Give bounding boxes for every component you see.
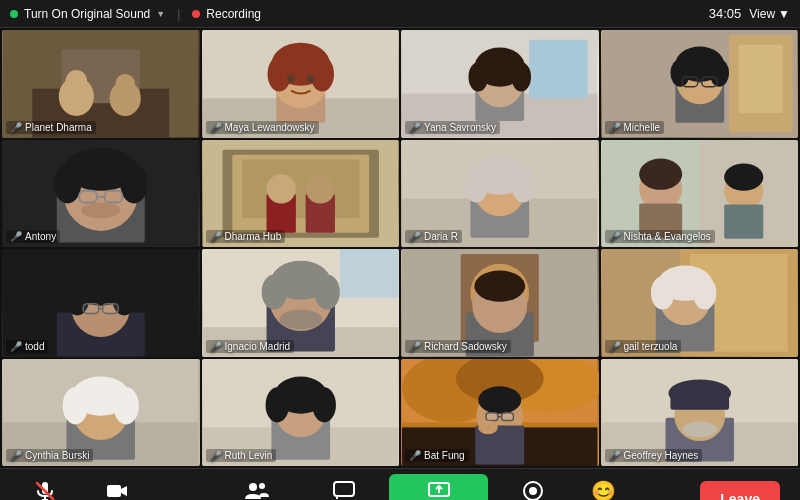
svg-point-107	[113, 387, 138, 424]
record-button[interactable]: Record	[508, 480, 558, 500]
svg-point-12	[267, 56, 290, 91]
svg-rect-18	[529, 40, 588, 99]
chat-icon	[330, 480, 358, 500]
svg-point-146	[529, 487, 537, 495]
view-button[interactable]: View ▼	[749, 7, 790, 21]
dropdown-arrow-sound[interactable]: ▼	[156, 9, 165, 19]
chat-button[interactable]: Chat	[319, 480, 369, 500]
video-cell-gail: 🎤 gail terzuola	[601, 249, 799, 357]
video-cell-yana: 🎤 Yana Savronsky	[401, 30, 599, 138]
svg-point-99	[650, 276, 673, 309]
svg-rect-67	[724, 204, 763, 238]
svg-point-58	[465, 167, 488, 202]
svg-point-123	[478, 386, 521, 413]
stop-video-button[interactable]: Stop Video	[90, 480, 144, 500]
svg-point-68	[724, 163, 763, 190]
name-dharma-hub: 🎤 Dharma Hub	[206, 230, 286, 243]
top-bar-left: Turn On Original Sound ▼ | Recording	[10, 7, 261, 21]
svg-point-100	[692, 276, 715, 309]
participants-button[interactable]: Participants 16	[216, 480, 300, 501]
svg-point-50	[266, 174, 295, 203]
reactions-icon: 😊	[589, 480, 617, 500]
mic-icon	[31, 480, 59, 500]
svg-point-85	[314, 274, 339, 309]
svg-rect-139	[107, 485, 121, 497]
video-cell-ignacio: 🎤 Ignacio Madrid	[202, 249, 400, 357]
svg-point-23	[511, 62, 531, 91]
reactions-button[interactable]: 😊 Reactions	[578, 480, 628, 500]
svg-rect-142	[334, 482, 354, 496]
original-sound-label[interactable]: Turn On Original Sound	[24, 7, 150, 21]
video-cell-nishta: 🎤 Nishta & Evangelos	[601, 140, 799, 248]
name-ignacio: 🎤 Ignacio Madrid	[206, 340, 295, 353]
svg-point-52	[305, 174, 334, 203]
video-cell-cynthia: 🎤 Cynthia Burski	[2, 359, 200, 467]
toolbar-center: Participants 16 Chat Share Scree	[216, 474, 629, 500]
svg-point-92	[474, 271, 525, 302]
name-richard: 🎤 Richard Sadowsky	[405, 340, 511, 353]
name-planet-dharma: 🎤 Planet Dharma	[6, 121, 96, 134]
svg-point-140	[249, 483, 257, 491]
svg-rect-76	[103, 304, 119, 314]
svg-point-65	[639, 158, 682, 189]
video-cell-dharma-hub: 🎤 Dharma Hub	[202, 140, 400, 248]
svg-point-44	[81, 202, 120, 218]
name-daria: 🎤 Daria R	[405, 230, 462, 243]
video-grid: 🎤 Planet Dharma 🎤 Maya Lewandowsky	[0, 28, 800, 468]
record-icon	[519, 480, 547, 500]
svg-point-133	[668, 379, 731, 406]
bottom-bar: Unmute Stop Video Par	[0, 468, 800, 500]
svg-point-5	[66, 70, 88, 92]
svg-rect-75	[83, 304, 99, 314]
svg-point-134	[682, 421, 717, 437]
name-michelle: 🎤 Michelle	[605, 121, 665, 134]
video-cell-todd: 🎤 todd	[2, 249, 200, 357]
top-bar-right: 34:05 View ▼	[709, 6, 790, 21]
svg-point-84	[261, 274, 286, 309]
name-nishta: 🎤 Nishta & Evangelos	[605, 230, 715, 243]
video-cell-bat: 🎤 Bat Fung	[401, 359, 599, 467]
share-screen-button[interactable]: Share Screen	[389, 474, 488, 500]
video-cell-ruth: 🎤 Ruth Levin	[202, 359, 400, 467]
name-cynthia: 🎤 Cynthia Burski	[6, 449, 93, 462]
video-cell-geoffrey: 🎤 Geoffrey Haynes	[601, 359, 799, 467]
name-gail: 🎤 gail terzuola	[605, 340, 682, 353]
video-cell-daria: 🎤 Daria R	[401, 140, 599, 248]
leave-button[interactable]: Leave	[700, 481, 780, 501]
svg-point-86	[279, 310, 322, 330]
camera-icon	[103, 480, 131, 500]
name-antony: 🎤 Antony	[6, 230, 60, 243]
svg-point-114	[312, 387, 335, 422]
svg-point-141	[259, 483, 265, 489]
name-maya: 🎤 Maya Lewandowsky	[206, 121, 319, 134]
svg-rect-79	[339, 249, 398, 298]
timer-display: 34:05	[709, 6, 742, 21]
svg-rect-125	[502, 412, 514, 420]
toolbar-left: Unmute Stop Video	[20, 480, 144, 500]
svg-point-31	[709, 59, 729, 86]
svg-point-39	[54, 164, 81, 203]
svg-point-22	[468, 62, 488, 91]
svg-point-6	[115, 74, 135, 94]
name-geoffrey: 🎤 Geoffrey Haynes	[605, 449, 703, 462]
svg-point-14	[287, 75, 295, 83]
svg-point-113	[265, 387, 288, 422]
svg-point-40	[120, 164, 147, 203]
red-dot	[192, 10, 200, 18]
svg-rect-124	[486, 412, 498, 420]
green-dot	[10, 10, 18, 18]
svg-point-127	[478, 420, 498, 434]
view-dropdown-icon: ▼	[778, 7, 790, 21]
svg-point-13	[310, 56, 333, 91]
unmute-button[interactable]: Unmute	[20, 480, 70, 500]
toolbar-right: Leave	[700, 481, 780, 501]
svg-rect-48	[242, 159, 359, 218]
svg-point-59	[511, 167, 534, 202]
video-cell-planet-dharma: 🎤 Planet Dharma	[2, 30, 200, 138]
svg-point-30	[670, 59, 690, 86]
recording-label: Recording	[206, 7, 261, 21]
name-bat: 🎤 Bat Fung	[405, 449, 469, 462]
svg-point-106	[63, 387, 88, 424]
video-cell-maya: 🎤 Maya Lewandowsky	[202, 30, 400, 138]
name-yana: 🎤 Yana Savronsky	[405, 121, 500, 134]
